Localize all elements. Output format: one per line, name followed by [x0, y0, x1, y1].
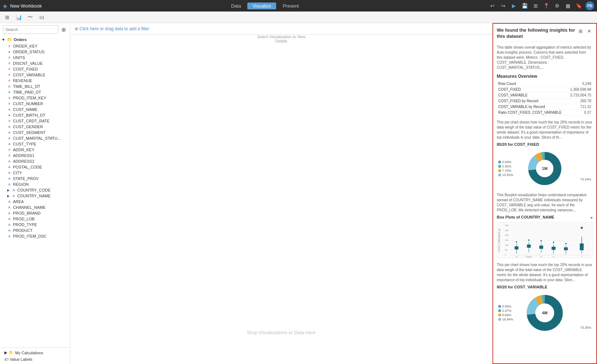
chart-icon[interactable]: 📊: [14, 13, 23, 22]
measure-value: 260.78: [567, 98, 593, 104]
sidebar-item[interactable]: #REVENUE: [0, 78, 70, 84]
sidebar-item[interactable]: #COST_FIXED: [0, 66, 70, 72]
sidebar-item[interactable]: ACUST_MARITAL_STATU...: [0, 135, 70, 141]
sidebar-item[interactable]: ▶ACOUNTRY_CODE: [0, 187, 70, 193]
measure-label: COST_VARIABLE by Record: [497, 104, 567, 109]
measure-row: COST_VARIABLE3,733,004.75: [497, 92, 593, 98]
pie2-dot-3: [498, 314, 501, 316]
insights-close-icon[interactable]: ✕: [585, 27, 593, 35]
legend-dot-1: [498, 161, 501, 163]
sidebar-item[interactable]: APROD_TYPE: [0, 222, 70, 228]
layout-icon[interactable]: ⊞: [531, 1, 540, 10]
wave-icon[interactable]: 〜: [26, 13, 35, 22]
map-icon[interactable]: 📍: [542, 1, 551, 10]
nav-visualize[interactable]: Visualize: [247, 3, 276, 9]
item-label: CUST_NUMBER: [13, 102, 43, 106]
sidebar-item[interactable]: ACITY: [0, 170, 70, 176]
legend-item-4: 15.55%: [498, 173, 513, 177]
nav-present[interactable]: Present: [278, 3, 304, 9]
svg-text:1M: 1M: [542, 166, 547, 171]
sidebar-item[interactable]: AAREA: [0, 199, 70, 205]
user-avatar[interactable]: PB: [585, 1, 594, 10]
sidebar-item[interactable]: #CUST_NUMBER: [0, 101, 70, 107]
redo-icon[interactable]: ↪: [499, 1, 508, 10]
svg-text:0: 0: [505, 254, 507, 256]
sidebar-item[interactable]: APROD_LOB: [0, 216, 70, 222]
sidebar-group-orders[interactable]: ▼ 📁 Orders: [0, 36, 70, 43]
bookmark-icon[interactable]: 🔖: [575, 1, 583, 10]
run-icon[interactable]: ▶: [510, 1, 518, 10]
sidebar-item[interactable]: ACUST_SEGMENT: [0, 130, 70, 135]
sidebar-item[interactable]: #ADDR_KEY: [0, 147, 70, 153]
canvas-area: ⊕ Click here or drag data to add a filte…: [70, 23, 492, 364]
sidebar-item[interactable]: #PROD_ITEM_KEY: [0, 95, 70, 101]
undo-icon[interactable]: ↩: [488, 1, 497, 10]
item-label: STATE_PROV: [13, 176, 39, 181]
legend-label-4: 15.55%: [502, 173, 513, 177]
add-item-button[interactable]: ⊕: [60, 26, 67, 33]
sidebar-footer-valuelabels[interactable]: 🏷 Value Labels: [3, 356, 67, 363]
pie2-label-2: 2.47%: [502, 309, 512, 313]
save-icon[interactable]: 💾: [521, 1, 529, 10]
sidebar-item[interactable]: ATIME_PAID_DT: [0, 89, 70, 95]
sidebar-item[interactable]: #COST_VARIABLE: [0, 72, 70, 78]
nav-data[interactable]: Data: [226, 3, 246, 9]
sidebar-footer-calculations[interactable]: ▶ 📁 My Calculations: [3, 349, 67, 356]
svg-text:Digital: Digital: [526, 256, 532, 258]
top-bar-left: ◈ New Workbook: [3, 3, 42, 9]
expand-arrow: ▶: [4, 350, 7, 355]
sidebar-item[interactable]: #CUST_CRDT_RATE: [0, 118, 70, 124]
pie2-description: This pie chart shows how much the top 20…: [497, 262, 593, 283]
svg-point-37: [553, 242, 554, 243]
type-badge: #: [7, 96, 12, 100]
type-badge: A: [7, 229, 12, 232]
sidebar-item[interactable]: ACUST_GENDER: [0, 124, 70, 130]
sidebar-item[interactable]: ACUST_NAME: [0, 107, 70, 112]
pie2-legend: 0.55% 2.47% 6.69% 16.94%: [498, 305, 513, 321]
sidebar-item[interactable]: APROD_BRAND: [0, 210, 70, 216]
legend-dot-3: [498, 169, 501, 172]
measure-label: COST_VARIABLE: [497, 92, 567, 98]
item-label: CUST_TYPE: [13, 142, 36, 146]
sidebar-item[interactable]: ATIME_BILL_DT: [0, 84, 70, 89]
sidebar-item[interactable]: APRODUCT: [0, 228, 70, 233]
sidebar-item[interactable]: #UNITS: [0, 55, 70, 60]
boxplot-menu-icon[interactable]: ▾: [591, 215, 593, 220]
sidebar-item[interactable]: ACHANNEL_NAME: [0, 205, 70, 210]
measure-row: COST_FIXED1,368,598.88: [497, 86, 593, 92]
workbook-title: New Workbook: [10, 3, 42, 9]
sidebar-item[interactable]: APROD_ITEM_DSC: [0, 233, 70, 239]
sidebar-item[interactable]: AORDER_STATUS: [0, 49, 70, 55]
measure-label: Ratio COST_FIXED, COST_VARIABLE: [497, 109, 567, 115]
sidebar-item[interactable]: AREGION: [0, 181, 70, 187]
item-label: CUST_SEGMENT: [13, 130, 45, 135]
sidebar-item[interactable]: AADDRESS2: [0, 158, 70, 164]
sidebar-item[interactable]: APOSTAL_CODE: [0, 164, 70, 170]
search-input[interactable]: [3, 25, 58, 34]
sidebar-item[interactable]: #ADDRESS1: [0, 153, 70, 158]
filter-bar[interactable]: ⊕ Click here or drag data to add a filte…: [70, 23, 492, 35]
settings-icon[interactable]: ⚙: [553, 1, 562, 10]
sidebar-item[interactable]: #DISCNT_VALUE: [0, 60, 70, 66]
second-toolbar: ⊞ 📊 〜 {x}: [0, 12, 597, 23]
sidebar-item[interactable]: #ORDER_KEY: [0, 43, 70, 49]
type-badge: #: [7, 154, 12, 157]
boxplot-header: Box Plots of COUNTRY_NAME ▾: [497, 215, 593, 221]
svg-text:COST_VARIABLE by: COST_VARIABLE by: [498, 228, 501, 252]
panel-icon[interactable]: ⊞: [3, 13, 12, 22]
insights-grid-icon[interactable]: ⊞: [577, 27, 584, 35]
svg-text:4M: 4M: [542, 311, 547, 315]
label-icon: 🏷: [4, 357, 8, 361]
type-badge: A: [7, 108, 12, 111]
pie2-large-label: 73.35%: [580, 326, 591, 329]
pie2-label-1: 0.55%: [502, 305, 512, 308]
sidebar-item[interactable]: ▶ACOUNTRY_NAME: [0, 193, 70, 199]
svg-rect-23: [515, 246, 518, 249]
drop-hint: Drop Visualizations or Data Here: [247, 330, 315, 335]
grid-icon[interactable]: ▦: [564, 1, 572, 10]
sidebar-item[interactable]: ASTATE_PROV: [0, 176, 70, 181]
sidebar-item[interactable]: ACUST_BIRTH_DT: [0, 112, 70, 118]
formula-icon[interactable]: {x}: [37, 13, 46, 22]
sidebar-item[interactable]: ACUST_TYPE: [0, 141, 70, 147]
top-bar-right: ↩ ↪ ▶ 💾 ⊞ 📍 ⚙ ▦ 🔖 PB: [488, 1, 594, 10]
